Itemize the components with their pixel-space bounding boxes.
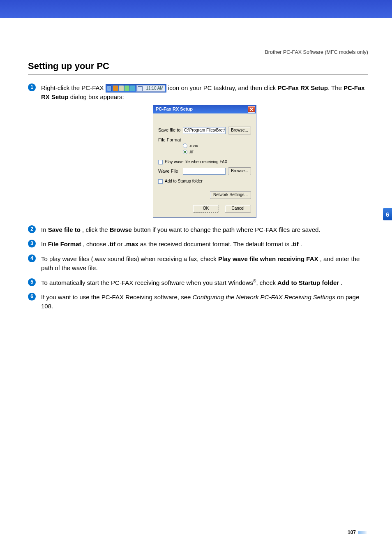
close-icon[interactable] (248, 106, 255, 113)
s3-b3: .max (125, 240, 138, 247)
save-path-input[interactable]: C:\Program Files\Brother\Brmfl04a\ (183, 127, 226, 134)
wave-file-label: Wave File (158, 168, 183, 175)
network-settings-button[interactable]: Network Settings... (210, 191, 251, 199)
pcfax-rx-setup-dialog: PC-Fax RX Setup Save file to C:\Program … (153, 105, 256, 218)
s3-b: , choose (83, 240, 108, 247)
s4-b1: Play wave file when receiving FAX (218, 255, 318, 262)
tray-icon-2 (119, 86, 124, 91)
side-chapter-tab: 6 (383, 208, 392, 220)
step-4: 4 To play wave files (.wav sound files) … (28, 254, 368, 273)
dialog-footer: OK Cancel (158, 202, 251, 213)
radio-dot-tif (183, 150, 187, 154)
wave-file-input[interactable] (183, 168, 226, 175)
save-file-to-label: Save file to (158, 127, 183, 134)
s3-b4: .tif (291, 240, 298, 247)
step-3: 3 In File Format , choose .tif or .max a… (28, 240, 368, 249)
dialog-body: Save file to C:\Program Files\Brother\Br… (153, 113, 256, 217)
top-header-band (0, 0, 392, 18)
step1-text-d: dialog box appears: (69, 93, 124, 100)
step1-text-c: . The (328, 84, 344, 91)
step-number-2: 2 (28, 225, 36, 233)
step1-text-b: icon on your PC tasktray, and then click (168, 84, 278, 91)
s3-d: as the received document format. The def… (140, 240, 291, 247)
startup-label: Add to Startup folder (165, 179, 203, 183)
tray-icon-4 (130, 86, 135, 91)
file-format-radios: .max .tif (158, 143, 251, 155)
radio-max[interactable]: .max (183, 143, 251, 149)
browse-save-button[interactable]: Browse... (228, 127, 251, 134)
s2-a: In (41, 226, 48, 233)
ok-button[interactable]: OK (193, 205, 219, 213)
step-number-4: 4 (28, 254, 36, 262)
step-number-6: 6 (28, 293, 36, 301)
radio-tif-label: .tif (189, 149, 194, 155)
s4-a: To play wave files (.wav sound files) wh… (41, 255, 218, 262)
play-wave-label: Play wave file when receiving FAX (165, 160, 227, 164)
tray-clock: 11:10 AM (136, 85, 165, 92)
s5-b1: Add to Startup folder (277, 279, 339, 286)
tasktray-chevron-icon: ‹ (107, 86, 112, 91)
tray-icon-3 (125, 86, 129, 91)
s3-e: . (300, 240, 302, 247)
s3-c: or (117, 240, 125, 247)
wavefile-row: Wave File Browse... (158, 167, 251, 175)
s3-b2: .tif (108, 240, 115, 247)
step-1: 1 Right-click the PC-FAX ‹ 11:10 AM icon… (28, 83, 368, 218)
s5-c: . (341, 279, 342, 286)
play-wave-checkbox[interactable] (158, 160, 163, 164)
s2-c: button if you want to change the path wh… (134, 226, 320, 233)
cancel-button[interactable]: Cancel (225, 205, 251, 213)
step-number-3: 3 (28, 240, 36, 247)
s2-b2: Browse (110, 226, 132, 233)
file-format-label: File Format (158, 137, 183, 143)
radio-tif[interactable]: .tif (183, 149, 251, 155)
network-row: Network Settings... (158, 191, 251, 199)
step1-text-a: Right-click the PC-FAX (41, 84, 106, 91)
save-row: Save file to C:\Program Files\Brother\Br… (158, 127, 251, 134)
s2-b1: Save file to (48, 226, 81, 233)
dialog-titlebar: PC-Fax RX Setup (153, 105, 256, 113)
startup-row[interactable]: Add to Startup folder (158, 178, 251, 185)
startup-checkbox[interactable] (158, 179, 163, 184)
play-wave-row[interactable]: Play wave file when receiving FAX (158, 159, 251, 165)
dialog-wrapper: PC-Fax RX Setup Save file to C:\Program … (41, 105, 368, 218)
step1-bold1: PC-Fax RX Setup (277, 84, 328, 91)
content-area: Setting up your PC 1 Right-click the PC-… (0, 55, 392, 311)
section-title: Setting up your PC (28, 61, 368, 74)
s6-a: If you want to use the PC-FAX Receiving … (41, 294, 193, 301)
radio-dot-max (183, 143, 187, 148)
s2-b: , click the (82, 226, 110, 233)
browse-wave-button[interactable]: Browse... (228, 167, 251, 175)
tasktray-icon: ‹ 11:10 AM (106, 84, 166, 92)
radio-max-label: .max (189, 143, 198, 149)
step-number-1: 1 (28, 83, 36, 91)
s5-b: , check (256, 279, 277, 286)
step-2: 2 In Save file to , click the Browse but… (28, 225, 368, 234)
step-5: 5 To automatically start the PC-FAX rece… (28, 278, 368, 287)
running-head: Brother PC-FAX Software (MFC models only… (0, 18, 392, 55)
tray-icon-1 (113, 86, 118, 91)
s6-i1: Configuring the Network PC-FAX Receiving… (193, 294, 335, 301)
steps-list: 1 Right-click the PC-FAX ‹ 11:10 AM icon… (28, 83, 368, 311)
s5-a: To automatically start the PC-FAX receiv… (41, 279, 253, 286)
page-number: 107 (348, 530, 367, 535)
step-number-5: 5 (28, 278, 36, 286)
dialog-title: PC-Fax RX Setup (156, 106, 193, 113)
step-6: 6 If you want to use the PC-FAX Receivin… (28, 293, 368, 311)
s3-b1: File Format (48, 240, 81, 247)
s3-a: In (41, 240, 48, 247)
